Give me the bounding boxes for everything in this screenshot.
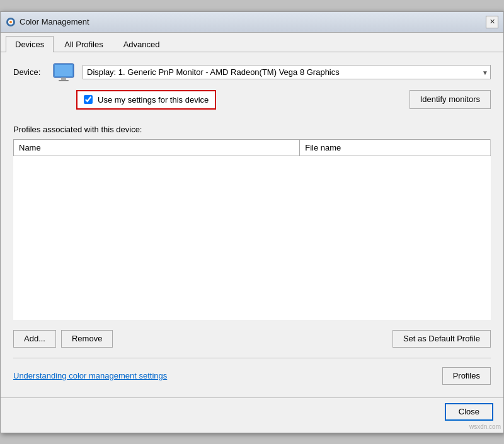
window-title: Color Management (20, 17, 89, 26)
use-settings-checkbox-row: Use my settings for this device (76, 90, 216, 110)
color-management-window: Color Management ✕ Devices All Profiles … (0, 11, 504, 433)
watermark: wsxdn.com (1, 423, 503, 430)
svg-rect-5 (61, 77, 66, 80)
identify-monitors-button[interactable]: Identify monitors (410, 90, 491, 109)
col-header-name: Name (14, 139, 300, 156)
col-header-filename: File name (300, 139, 491, 156)
tab-all-profiles[interactable]: All Profiles (55, 36, 112, 52)
footer-row: Understanding color management settings … (13, 367, 491, 385)
tab-advanced[interactable]: Advanced (114, 36, 169, 52)
action-buttons-row: Add... Remove Set as Default Profile (13, 330, 491, 348)
svg-rect-4 (55, 65, 72, 76)
title-bar: Color Management ✕ (1, 12, 503, 33)
app-icon (6, 17, 16, 27)
device-row: Device: Display: 1. Generic PnP Monitor … (13, 62, 491, 83)
main-content: Device: Display: 1. Generic PnP Monitor … (1, 52, 503, 395)
profiles-table-body (14, 156, 491, 319)
monitor-icon (52, 62, 75, 83)
set-default-profile-button[interactable]: Set as Default Profile (392, 330, 491, 348)
profiles-button[interactable]: Profiles (442, 367, 491, 385)
tabs-bar: Devices All Profiles Advanced (1, 33, 503, 52)
tab-devices[interactable]: Devices (6, 36, 54, 52)
profiles-associated-label: Profiles associated with this device: (13, 125, 491, 134)
footer-divider (13, 358, 491, 358)
checkbox-identify-row: Use my settings for this device Identify… (13, 90, 491, 115)
close-button[interactable]: Close (445, 403, 493, 421)
title-bar-left: Color Management (6, 17, 89, 27)
device-dropdown[interactable]: Display: 1. Generic PnP Monitor - AMD Ra… (83, 65, 491, 79)
device-select-wrapper: Display: 1. Generic PnP Monitor - AMD Ra… (83, 65, 491, 79)
use-settings-checkbox[interactable] (84, 95, 93, 104)
svg-rect-6 (59, 80, 69, 81)
use-settings-label: Use my settings for this device (98, 95, 209, 105)
svg-point-2 (9, 21, 12, 23)
add-button[interactable]: Add... (13, 330, 56, 348)
device-label: Device: (13, 67, 45, 77)
profiles-table-header: Name File name (14, 139, 491, 156)
window-close-button[interactable]: ✕ (486, 16, 498, 28)
profiles-table: Name File name (13, 139, 491, 320)
color-management-link[interactable]: Understanding color management settings (13, 371, 167, 380)
remove-button[interactable]: Remove (61, 330, 113, 348)
